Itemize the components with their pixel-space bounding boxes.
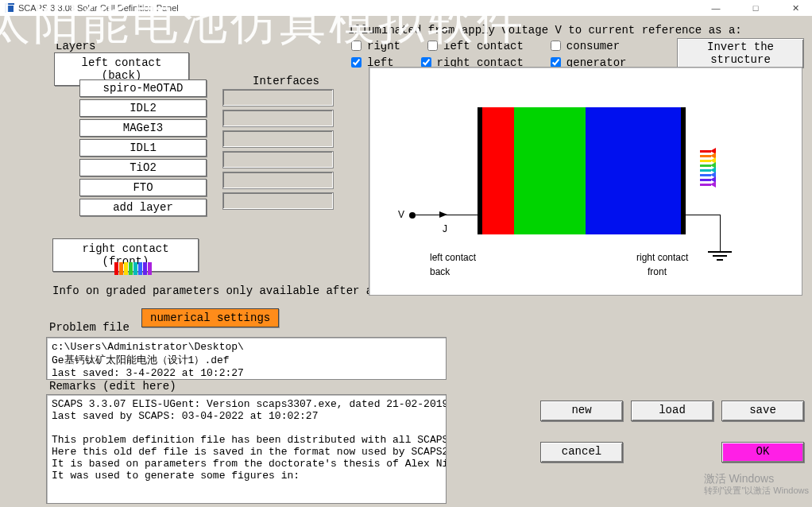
layer-fto[interactable]: FTO (79, 179, 207, 196)
layers-label: Layers (56, 40, 95, 52)
back-text: back (430, 266, 450, 277)
interface-slot-1[interactable] (222, 89, 334, 106)
j-label: J (443, 223, 447, 234)
new-button[interactable]: new (540, 401, 623, 421)
arrow-right-icon (439, 211, 447, 218)
segment-blue (586, 107, 681, 234)
close-button[interactable]: ✕ (783, 3, 807, 14)
invert-structure-button[interactable]: Invert the structure (677, 38, 804, 68)
interface-slot-2[interactable] (222, 110, 334, 127)
save-button[interactable]: save (721, 401, 804, 421)
layer-tio2[interactable]: TiO2 (79, 159, 207, 176)
titlebar: SCAPS 3.3.08 Solar Cell Definition Panel… (0, 0, 812, 16)
numerical-settings-button[interactable]: numerical settings (141, 308, 279, 327)
load-button[interactable]: load (631, 401, 713, 421)
light-arrows-icon (700, 150, 714, 186)
remarks-textarea[interactable] (46, 394, 447, 504)
layer-magei3[interactable]: MAGeI3 (79, 119, 207, 137)
layer-idl2[interactable]: IDL2 (79, 99, 207, 117)
layer-idl1[interactable]: IDL1 (79, 139, 207, 157)
v-node-icon (409, 212, 416, 219)
wire-right-v (720, 215, 721, 251)
problem-file-label: Problem file (49, 321, 130, 334)
layer-spiro-meotad[interactable]: spiro-MeOTAD (79, 79, 207, 97)
minimize-button[interactable]: — (704, 3, 728, 14)
right-contact-bar (681, 107, 686, 234)
ground-icon (708, 251, 732, 262)
interface-slot-6[interactable] (222, 192, 334, 210)
interface-slot-3[interactable] (222, 130, 334, 148)
maximize-button[interactable]: □ (744, 3, 768, 14)
opt-consumer[interactable]: consumer (547, 38, 620, 53)
interface-slot-4[interactable] (222, 151, 334, 168)
app-window: SCAPS 3.3.08 Solar Cell Definition Panel… (0, 0, 812, 507)
ok-button[interactable]: OK (721, 442, 804, 462)
remarks-label: Remarks (edit here) (49, 380, 176, 393)
opt-left-contact[interactable]: left contact (424, 38, 524, 53)
opt-right[interactable]: right (348, 38, 400, 53)
window-title: SCAPS 3.3.08 Solar Cell Definition Panel (18, 3, 179, 13)
rainbow-icon (114, 262, 152, 275)
add-layer-button[interactable]: add layer (79, 199, 207, 216)
wire-right-h (686, 215, 721, 215)
illum-header: Illuminated from apply voltage V to curr… (348, 24, 742, 37)
front-text: front (648, 266, 667, 277)
interfaces-label: Interfaces (253, 75, 319, 87)
segment-green (514, 107, 586, 234)
app-icon (5, 3, 14, 13)
activate-windows-watermark: 激活 Windows 转到"设置"以激活 Windows (704, 472, 810, 496)
left-contact-text: left contact (430, 252, 476, 263)
right-contact-text: right contact (636, 252, 688, 263)
structure-diagram: V J left contact back right contact fron… (369, 67, 802, 296)
cancel-button[interactable]: cancel (540, 442, 623, 462)
segment-red (482, 107, 514, 234)
problem-file-box: c:\Users\Administrator\Desktop\ Ge基钙钛矿太阳… (46, 337, 447, 380)
v-label: V (398, 209, 404, 220)
interface-slot-5[interactable] (222, 172, 334, 189)
